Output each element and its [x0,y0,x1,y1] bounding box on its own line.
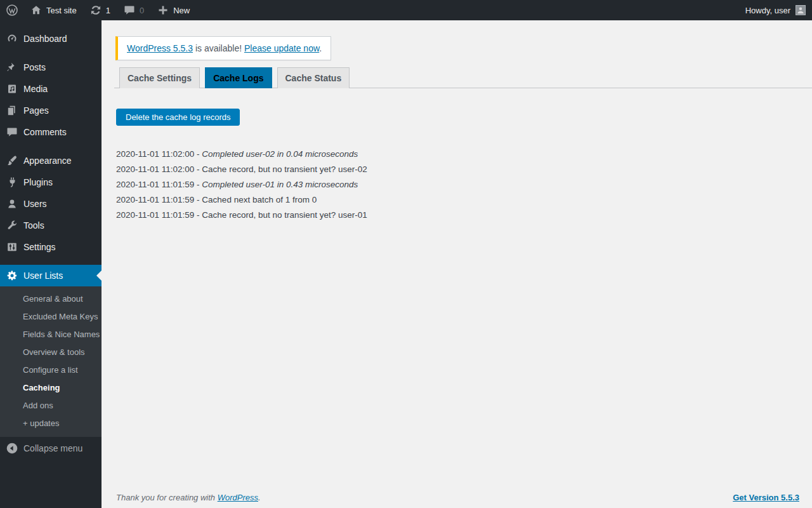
wordpress-version-link[interactable]: WordPress 5.5.3 [127,43,193,53]
sidebar-item-label: Comments [23,127,67,137]
update-now-link[interactable]: Please update now [244,43,319,53]
log-timestamp: 2020-11-01 11:02:00 - [116,149,202,159]
log-line: 2020-11-01 11:02:00 - Completed user-02 … [116,147,812,162]
log-timestamp: 2020-11-01 11:02:00 - [116,164,202,174]
avatar [796,5,806,15]
footer-version: Get Version 5.5.3 [733,493,799,502]
log-message: Completed user-01 in 0.43 microseconds [202,180,358,189]
footer-thanks-period: . [258,493,261,502]
sidebar-item-label: Plugins [23,177,53,187]
sidebar-item-dashboard[interactable]: Dashboard [0,28,102,50]
settings-icon [6,241,18,253]
admin-bar-left: Test site 1 0 New [0,0,196,20]
main-content: WordPress 5.5.3 is available! Please upd… [102,20,812,508]
sidebar-item-label: Settings [23,242,56,252]
pages-icon [6,104,18,117]
tab-cache-logs[interactable]: Cache Logs [205,67,272,88]
current-menu-arrow [96,271,102,281]
log-message: Cache record, but no transient yet? user… [202,210,367,220]
tab-cache-settings[interactable]: Cache Settings [119,67,200,88]
notice-period: . [319,43,322,53]
tab-bar: Cache Settings Cache Logs Cache Status [114,67,812,88]
howdy-label: Howdy, user [745,6,790,15]
log-line: 2020-11-01 11:01:59 - Completed user-01 … [116,177,812,192]
get-version-link[interactable]: Get Version 5.5.3 [733,493,799,502]
pushpin-icon [6,61,18,74]
sidebar-item-posts[interactable]: Posts [0,57,102,78]
sidebar-item-plugins[interactable]: Plugins [0,171,102,193]
notice-text: is available! [193,43,244,53]
submenu-item-general-about[interactable]: General & about [0,290,102,308]
menu-separator [0,143,102,150]
comments-icon [6,126,18,138]
new-label: New [173,6,190,15]
sidebar-item-settings[interactable]: Settings [0,236,102,258]
log-line: 2020-11-01 11:01:59 - Cached next batch … [116,192,812,208]
home-icon [30,4,43,17]
sidebar-item-label: Dashboard [23,34,67,44]
wrench-icon [6,219,18,232]
collapse-menu-button[interactable]: Collapse menu [0,438,102,459]
sidebar-item-comments[interactable]: Comments [0,121,102,143]
submenu-item-fields-nice-names[interactable]: Fields & Nice Names [0,326,102,344]
sidebar-item-label: Users [23,199,47,209]
menu-separator [0,258,102,265]
new-content-link[interactable]: New [150,0,196,20]
sidebar-item-users[interactable]: Users [0,193,102,215]
collapse-arrow-icon [6,442,18,455]
collapse-menu-label: Collapse menu [23,443,82,453]
comment-bubble-icon [123,4,136,17]
gear-icon [6,269,18,282]
submenu-item-add-ons[interactable]: Add ons [0,397,102,415]
update-notice: WordPress 5.5.3 is available! Please upd… [115,36,331,60]
log-line: 2020-11-01 11:01:59 - Cache record, but … [116,208,812,223]
submenu-item-excluded-meta-keys[interactable]: Excluded Meta Keys [0,308,102,326]
sidebar-item-user-lists[interactable]: User Lists [0,265,102,286]
update-icon [89,4,102,17]
admin-bar: Test site 1 0 New Howdy, user [0,0,812,20]
tab-cache-status[interactable]: Cache Status [277,67,350,88]
sidebar-item-pages[interactable]: Pages [0,100,102,121]
plug-icon [6,176,18,189]
log-message: Cached next batch of 1 from 0 [202,195,317,204]
user-icon [6,197,18,210]
sidebar-item-tools[interactable]: Tools [0,215,102,236]
admin-bar-right: Howdy, user [739,0,812,20]
site-name-link[interactable]: Test site [23,0,83,20]
admin-menu: Dashboard Posts Media Pages Commen [0,20,102,459]
footer-thanks-text: Thank you for creating with [116,493,218,502]
sidebar-item-label: User Lists [23,271,63,281]
submenu-item-cacheing[interactable]: Cacheing [0,379,102,397]
cache-log-list: 2020-11-01 11:02:00 - Completed user-02 … [116,147,812,223]
submenu-item-updates[interactable]: + updates [0,415,102,432]
wordpress-logo-icon [6,4,18,17]
sidebar-item-media[interactable]: Media [0,78,102,100]
sidebar-item-label: Appearance [23,156,72,166]
wordpress-footer-link[interactable]: WordPress [218,493,258,502]
sidebar-item-label: Pages [23,105,49,116]
log-message: Cache record, but no transient yet? user… [202,164,367,174]
submenu-item-overview-tools[interactable]: Overview & tools [0,344,102,361]
delete-cache-logs-button[interactable]: Delete the cache log records [116,109,240,126]
plus-icon [157,4,169,17]
update-count: 1 [106,6,110,15]
log-timestamp: 2020-11-01 11:01:59 - [116,195,202,204]
log-line: 2020-11-01 11:02:00 - Cache record, but … [116,162,812,177]
footer-thanks: Thank you for creating with WordPress. [116,493,261,502]
log-timestamp: 2020-11-01 11:01:59 - [116,210,202,220]
sidebar-item-label: Posts [23,62,46,72]
wordpress-logo-menu[interactable] [0,0,23,20]
user-lists-submenu: General & about Excluded Meta Keys Field… [0,286,102,437]
paintbrush-icon [6,154,18,167]
comment-count: 0 [140,6,144,15]
sidebar-item-appearance[interactable]: Appearance [0,150,102,171]
dashboard-icon [6,32,18,45]
my-account-link[interactable]: Howdy, user [739,0,806,20]
updates-link[interactable]: 1 [83,0,117,20]
comments-link[interactable]: 0 [117,0,150,20]
log-timestamp: 2020-11-01 11:01:59 - [116,180,202,189]
sidebar-item-label: Media [23,84,48,94]
log-message: Completed user-02 in 0.04 microseconds [202,149,358,159]
menu-separator [0,50,102,57]
submenu-item-configure-a-list[interactable]: Configure a list [0,361,102,379]
